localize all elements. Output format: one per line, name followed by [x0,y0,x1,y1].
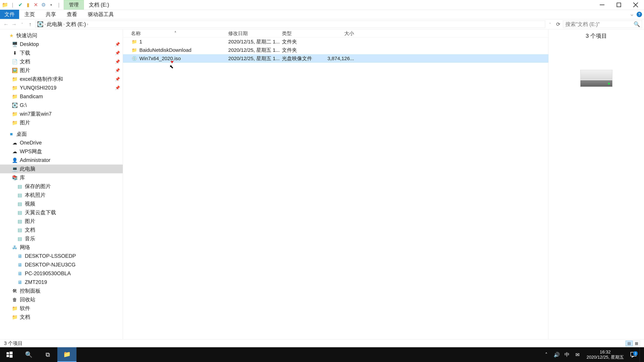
tray-volume-icon[interactable]: 🔊 [552,352,561,358]
breadcrumb[interactable]: 💽 › 此电脑 › 文档 (E:) › [35,21,545,28]
tray-cloud-icon[interactable]: ✉ [573,352,582,358]
minimize-button[interactable] [594,0,610,10]
preview-item-count: 3 个项目 [586,32,607,40]
breadcrumb-current[interactable]: 文档 (E:) [66,21,86,28]
ribbon-tab-file[interactable]: 文件 [0,10,19,19]
navigation-tree[interactable]: ★快速访问 🖥️Desktop📌⬇下载📌📄文档📌🖼️图片📌📁excel表格制作求… [0,29,123,339]
tree-label: 天翼云盘下载 [25,209,56,216]
ribbon-tab-share[interactable]: 共享 [40,10,62,19]
file-type: 文件夹 [282,47,327,54]
back-button[interactable]: ← [2,20,10,28]
tree-item[interactable]: 🖥DESKTOP-NJEU3CG [0,260,123,269]
tree-item[interactable]: 📁图片 [0,118,123,127]
tree-item[interactable]: 📁excel表格制作求和📌 [0,75,123,83]
tree-item-icon: 📁 [12,111,18,117]
breadcrumb-this-pc[interactable]: 此电脑 [47,21,62,28]
maximize-button[interactable] [610,0,627,10]
ribbon-tab-view[interactable]: 查看 [62,10,82,19]
tree-item[interactable]: ▤图片 [0,217,123,226]
tree-item[interactable]: ☁OneDrive [0,138,123,147]
qat-check-icon[interactable]: ✔ [17,2,24,8]
details-view-button[interactable]: ▤ [626,341,632,346]
pin-icon: 📌 [115,77,120,81]
tree-item[interactable]: 👤Administrator [0,156,123,165]
start-button[interactable] [0,347,19,362]
ribbon-collapse-icon[interactable]: ⌵ [630,12,633,17]
file-row[interactable]: 📁BaiduNetdiskDownload 2020/12/25, 星期五 1.… [123,46,548,54]
tray-ime-icon[interactable]: 中 [562,351,572,358]
tree-item[interactable]: 🖼️图片📌 [0,66,123,75]
tree-item-icon: 📁 [12,120,18,125]
qat-dropdown-icon[interactable]: ▾ [48,2,54,8]
icons-view-button[interactable]: ▦ [633,341,640,346]
tree-software[interactable]: 📁软件 [0,304,123,313]
search-button[interactable]: 🔍 [19,347,38,362]
tree-item[interactable]: ▤视频 [0,199,123,208]
tree-item[interactable]: 📄文档📌 [0,57,123,66]
tree-item[interactable]: 🖥️Desktop📌 [0,40,123,49]
tree-label: 此电脑 [20,165,36,172]
chevron-right-icon[interactable]: › [64,22,64,26]
recent-dropdown-icon[interactable]: ˅ [18,20,26,28]
view-toggle: ▤ ▦ [626,341,640,346]
refresh-button[interactable]: ⟳ [554,20,562,28]
tree-item[interactable]: ▤天翼云盘下载 [0,208,123,217]
notification-button[interactable]: 3 [628,352,639,358]
chevron-right-icon[interactable]: › [44,22,46,26]
tree-item[interactable]: ☁WPS网盘 [0,147,123,156]
tree-item[interactable]: 📚库 [0,173,123,182]
qat-folder-icon[interactable]: ▮ [25,2,31,8]
tree-item[interactable]: 💽G:\ [0,101,123,110]
file-row[interactable]: 📁1 2020/12/15, 星期二 1... 文件夹 [123,37,548,46]
up-button[interactable]: ↑ [26,20,34,28]
column-date[interactable]: 修改日期 [228,30,282,37]
ribbon-contextual-tab[interactable]: 管理 [64,0,84,9]
ribbon-tabs: 文件 主页 共享 查看 驱动器工具 ⌵ ? [0,10,644,19]
pin-icon: 📌 [115,51,120,55]
app-icon[interactable]: 📁 [2,2,8,8]
close-button[interactable] [627,0,644,10]
column-name[interactable]: 名称▴ [131,30,228,37]
search-icon[interactable]: 🔍 [634,21,640,27]
show-desktop-button[interactable] [640,347,642,362]
taskbar-clock[interactable]: 16:32 2020/12/25, 星期五 [583,350,627,360]
tree-quick-access[interactable]: ★快速访问 [0,31,123,40]
pc-icon: 🖥 [17,271,23,276]
search-box[interactable]: 搜索"文档 (E:)" 🔍 [563,21,642,28]
tree-item[interactable]: ⬇下载📌 [0,49,123,57]
column-size[interactable]: 大小 [327,30,354,37]
tree-desktop[interactable]: ■桌面 [0,130,123,138]
file-row[interactable]: 💿Win7x64_2020.iso 2020/12/25, 星期五 1... 光… [123,54,548,63]
tree-recycle-bin[interactable]: 🗑回收站 [0,295,123,304]
tree-item[interactable]: ▤保存的图片 [0,182,123,191]
chevron-right-icon[interactable]: › [87,22,88,26]
ribbon-tab-home[interactable]: 主页 [19,10,40,19]
ribbon-tab-drive-tools[interactable]: 驱动器工具 [82,10,119,19]
tree-documents2[interactable]: 📁文档 [0,313,123,322]
tree-item[interactable]: 🖥PC-20190530OBLA [0,269,123,278]
forward-button[interactable]: → [10,20,18,28]
breadcrumb-drive-icon: 💽 [37,21,44,27]
qat-close-icon[interactable]: ✕ [32,2,39,8]
qat-settings-icon[interactable]: ⚙ [40,2,46,8]
tree-item[interactable]: 💻此电脑 [0,165,123,173]
tree-item[interactable]: ▤本机照片 [0,191,123,199]
tree-item[interactable]: 📁YUNQISHI2019📌 [0,83,123,92]
tray-chevron-icon[interactable]: ˄ [542,352,551,358]
tree-item[interactable]: ▤文档 [0,226,123,234]
tree-item-icon: ⬇ [12,50,18,56]
tree-control-panel[interactable]: 🛠控制面板 [0,287,123,295]
tree-item[interactable]: 📁Bandicam [0,92,123,101]
file-type: 光盘映像文件 [282,55,327,62]
tree-item[interactable]: 🖥DESKTOP-LSSOEDP [0,252,123,260]
column-type[interactable]: 类型 [282,30,327,37]
address-dropdown-icon[interactable]: ˅ [546,20,554,28]
window-controls [594,0,644,9]
tree-item[interactable]: ▤音乐 [0,234,123,243]
tree-item[interactable]: 🖥ZMT2019 [0,278,123,287]
file-explorer-taskbar[interactable]: 📁 [57,347,76,362]
task-view-button[interactable]: ⧉ [38,347,57,362]
help-icon[interactable]: ? [636,12,642,17]
tree-item[interactable]: 📁win7重装win7 [0,110,123,118]
tree-network[interactable]: 🖧网络 [0,243,123,252]
